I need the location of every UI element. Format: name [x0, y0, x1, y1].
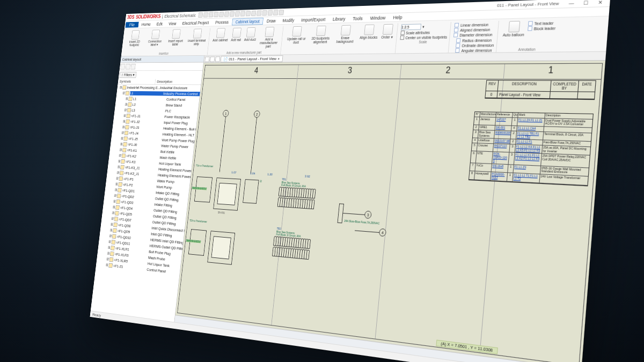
menu-modify[interactable]: Modify — [279, 17, 297, 23]
qat-icon[interactable] — [257, 10, 262, 16]
qat-icon[interactable] — [251, 10, 257, 16]
component-inner — [217, 182, 237, 205]
linear-dimension-button[interactable]: Linear dimension — [455, 22, 496, 27]
ribbon-group-insertion: Insert 2D footprint Connection label ▾ I… — [122, 28, 210, 56]
insert-2d-footprint-button[interactable]: Insert 2D footprint — [125, 29, 145, 47]
tree-tool-icon[interactable] — [126, 64, 130, 69]
tab-close-icon[interactable]: × — [277, 56, 280, 61]
dimension: 1.07 — [231, 171, 237, 174]
tab-nav-icon[interactable] — [204, 56, 209, 62]
brand-logo: 3DS — [127, 14, 135, 20]
menu-library[interactable]: Library — [330, 15, 349, 22]
menu-home[interactable]: Home — [139, 21, 154, 27]
ribbon-group-annotation: Auto balloon Text leader Block leader An… — [499, 19, 559, 51]
menu-electrical-project[interactable]: Electrical Project — [179, 19, 212, 26]
insert-report-table-button[interactable]: Insert report table — [165, 28, 187, 47]
ribbon-group-label: Scale — [399, 39, 447, 43]
qat-icon[interactable] — [208, 12, 213, 17]
block-leader-button[interactable]: Block leader — [528, 25, 555, 31]
ribbon-group-edit: Update rail or duct 2D footprints alignm… — [282, 23, 398, 54]
auto-balloon-button[interactable]: Auto balloon — [501, 20, 526, 38]
drawing-sheet: 4 3 2 1 REVDESCRIPTIONCOMPLETED BYDATE — [177, 63, 603, 362]
revision-table: REVDESCRIPTIONCOMPLETED BYDATE 0Panel La… — [485, 80, 596, 100]
menu-edit[interactable]: Edit — [153, 20, 165, 26]
component-fuse[interactable] — [338, 203, 344, 223]
qat-icon[interactable] — [235, 11, 240, 16]
comp-label: J2 — [260, 180, 262, 182]
menu-help[interactable]: Help — [390, 13, 406, 20]
ribbon-group-scale: ▾ Scale attributes Center on visible foo… — [397, 21, 451, 53]
app-window: 3DS SOLIDWORKS | Electrical Schematic 01… — [90, 0, 610, 362]
text-leader-button[interactable]: Text leader — [528, 20, 556, 26]
balloon-1[interactable]: 1 — [223, 110, 229, 117]
angular-dimension-button[interactable]: Angular dimension — [456, 48, 494, 53]
document-tab[interactable]: 📄 011 - Panel Layout - Front View × — [221, 55, 283, 62]
tree-tool-icon[interactable] — [130, 64, 136, 70]
scale-input[interactable] — [401, 24, 421, 30]
canvas-area: 📄 011 - Panel Layout - Front View × 4 3 … — [174, 51, 606, 362]
qat-icon[interactable] — [224, 11, 229, 17]
comp-label: TB1 — [282, 178, 286, 181]
footprints-alignment-button[interactable]: 2D footprints alignment — [309, 25, 333, 44]
update-rail-duct-button[interactable]: Update rail or duct — [285, 25, 309, 45]
grid-num: 2 — [445, 65, 451, 75]
order-button[interactable]: Order ▾ — [380, 23, 395, 39]
tree-columns: SymbolsDescription — [118, 79, 201, 85]
align-blocks-button[interactable]: Align blocks — [358, 24, 379, 40]
tree-tool-icon[interactable] — [120, 64, 125, 69]
component-relay[interactable] — [243, 179, 259, 204]
menu-process[interactable]: Process — [212, 19, 231, 25]
qat-icon[interactable] — [229, 11, 235, 16]
menu-tools[interactable]: Tools — [349, 14, 367, 21]
maximize-button[interactable]: ☐ — [579, 0, 593, 5]
menu-draw[interactable]: Draw — [264, 17, 279, 24]
minimize-button[interactable]: — — [565, 0, 579, 6]
component-inner — [211, 236, 231, 259]
radius-dimension-button[interactable]: Radius dimension — [456, 38, 494, 42]
insert-terminal-strip-button[interactable]: Insert terminal strip — [186, 28, 208, 46]
quick-access-toolbar[interactable] — [198, 9, 284, 17]
add-manufacturer-part-button[interactable]: Add a manufacturer part — [258, 26, 281, 48]
add-rail-button[interactable]: Add rail — [230, 27, 243, 42]
tree-toolbar[interactable] — [119, 62, 203, 71]
qat-icon[interactable] — [219, 11, 224, 17]
menu-cabinet-layout[interactable]: Cabinet layout — [232, 17, 264, 25]
qat-icon[interactable] — [198, 12, 203, 17]
tree-row[interactable]: ⊞Industrial Processing E...Industrial En… — [117, 84, 201, 91]
qat-icon[interactable] — [245, 10, 251, 16]
ribbon-group-add: Add cabinet Add rail Add duct Add a manu… — [209, 26, 283, 55]
erase-background-button[interactable]: Erase background — [333, 24, 358, 44]
menu-view[interactable]: View — [166, 20, 179, 26]
comp-label: SN-001 — [218, 211, 225, 215]
brand-subproduct: Electrical Schematic — [164, 12, 196, 18]
tab-nav-icon[interactable] — [210, 56, 215, 62]
qat-icon[interactable] — [262, 10, 267, 15]
tab-nav-icon[interactable] — [215, 56, 220, 61]
comp-label: SMAKN\nLM2517 — [192, 187, 207, 190]
scale-attributes-checkbox[interactable]: Scale attributes — [400, 29, 448, 35]
aligned-dimension-button[interactable]: Aligned dimension — [454, 27, 495, 32]
menu-window[interactable]: Window — [367, 14, 389, 21]
balloon-3[interactable]: 3 — [364, 210, 372, 218]
connection-label-button[interactable]: Connection label ▾ — [145, 29, 166, 47]
qat-icon[interactable] — [214, 11, 218, 17]
body: Cabinet layout ↕ Filters ▾ SymbolsDescri… — [91, 51, 606, 362]
terminal-block-tb1-b[interactable] — [277, 197, 314, 209]
drawing-canvas[interactable]: 4 3 2 1 REVDESCRIPTIONCOMPLETED BYDATE — [175, 61, 605, 362]
add-cabinet-button[interactable]: Add cabinet — [211, 27, 230, 42]
qat-icon[interactable] — [267, 10, 273, 16]
balloon-2[interactable]: 2 — [253, 110, 260, 117]
qat-icon[interactable] — [279, 9, 284, 15]
menu-import-export[interactable]: Import/Export — [298, 16, 329, 23]
menu-file[interactable]: File — [125, 21, 138, 27]
ribbon-group-label: Insertion — [124, 50, 206, 55]
ordinate-dimension-button[interactable]: Ordinate dimension — [456, 42, 494, 47]
qat-icon[interactable] — [240, 11, 245, 16]
qat-icon[interactable] — [273, 10, 279, 16]
qat-icon[interactable] — [203, 12, 208, 17]
filters-dropdown[interactable]: ↕ Filters ▾ — [119, 71, 136, 77]
terminal-block-tb1[interactable] — [279, 187, 316, 198]
dimension: 1.20 — [267, 172, 273, 175]
close-button[interactable]: ✕ — [593, 0, 608, 5]
add-duct-button[interactable]: Add duct — [243, 26, 258, 41]
